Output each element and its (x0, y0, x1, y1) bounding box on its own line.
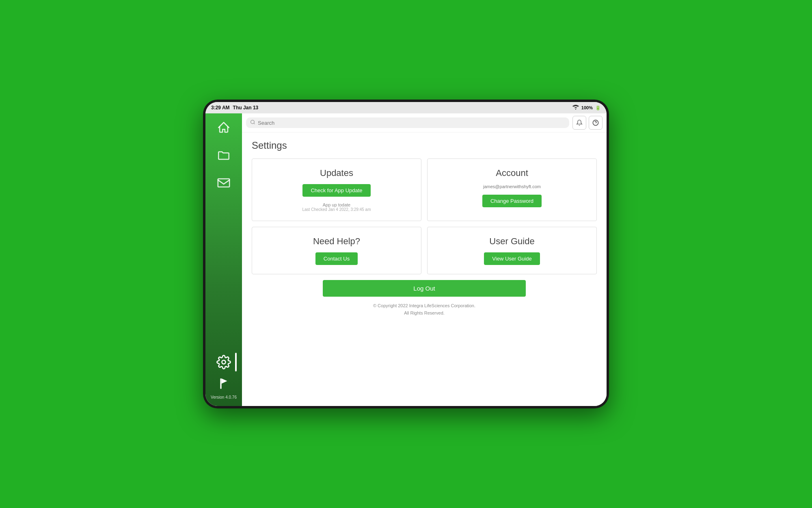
help-button[interactable] (589, 116, 603, 130)
app-body: Version 4.0.76 (205, 113, 607, 406)
sidebar-item-folder[interactable] (214, 145, 234, 165)
sidebar-bottom: Version 4.0.76 (211, 352, 237, 402)
search-icon (250, 119, 255, 126)
change-password-button[interactable]: Change Password (482, 195, 542, 207)
sidebar-nav (214, 117, 234, 352)
user-guide-title: User Guide (489, 236, 534, 247)
top-bar-actions (572, 116, 603, 130)
help-title: Need Help? (313, 236, 360, 247)
search-input[interactable] (258, 120, 565, 126)
updates-card: Updates Check for App Update App up toda… (252, 158, 421, 221)
copyright-line2: All Rights Reserved. (252, 310, 597, 317)
status-bar-left: 3:29 AM Thu Jan 13 (211, 105, 258, 111)
svg-point-4 (251, 120, 255, 124)
logout-button[interactable]: Log Out (323, 280, 526, 297)
search-bar[interactable] (246, 117, 569, 128)
account-title: Account (496, 168, 528, 178)
page-content: Settings Updates Check for App Update Ap… (242, 132, 607, 406)
sidebar-item-mail[interactable] (214, 173, 234, 193)
sidebar-item-home[interactable] (214, 117, 234, 138)
copyright: © Copyright 2022 Integra LifeSciences Co… (252, 302, 597, 317)
update-status: App up todate Last Checked Jan 4 2022, 3… (302, 202, 371, 212)
status-bar: 3:29 AM Thu Jan 13 100% 🔋 (205, 102, 607, 113)
main-content: Settings Updates Check for App Update Ap… (242, 113, 607, 406)
check-update-button[interactable]: Check for App Update (302, 184, 370, 197)
sidebar-item-settings-wrapper (214, 352, 234, 372)
page-title: Settings (252, 140, 597, 151)
notification-button[interactable] (572, 116, 586, 130)
account-email: james@partnerwithshyft.com (483, 184, 541, 189)
update-status-main: App up todate (302, 202, 371, 207)
sidebar: Version 4.0.76 (205, 113, 242, 406)
svg-line-5 (254, 123, 255, 124)
sidebar-item-pointer[interactable] (214, 376, 234, 392)
svg-point-1 (222, 360, 226, 364)
date: Thu Jan 13 (233, 105, 259, 111)
status-bar-right: 100% 🔋 (572, 105, 601, 111)
contact-us-button[interactable]: Contact Us (315, 252, 358, 265)
battery-level: 100% (581, 105, 593, 110)
svg-rect-2 (220, 378, 221, 389)
svg-rect-0 (218, 179, 229, 187)
battery-icon: 🔋 (595, 105, 601, 111)
copyright-line1: © Copyright 2022 Integra LifeSciences Co… (252, 302, 597, 310)
wifi-icon (572, 105, 579, 111)
ipad-screen: 3:29 AM Thu Jan 13 100% 🔋 (205, 102, 607, 406)
top-bar (242, 113, 607, 132)
help-card: Need Help? Contact Us (252, 227, 421, 274)
time: 3:29 AM (211, 105, 230, 111)
settings-grid: Updates Check for App Update App up toda… (252, 158, 597, 274)
active-indicator (235, 353, 237, 371)
updates-title: Updates (320, 168, 353, 178)
ipad-frame: 3:29 AM Thu Jan 13 100% 🔋 (203, 100, 609, 408)
svg-marker-3 (222, 378, 227, 384)
update-status-sub: Last Checked Jan 4 2022, 3:29:45 am (302, 207, 371, 212)
view-user-guide-button[interactable]: View User Guide (484, 252, 540, 265)
version-label: Version 4.0.76 (211, 395, 237, 399)
sidebar-item-settings[interactable] (214, 352, 234, 372)
user-guide-card: User Guide View User Guide (427, 227, 597, 274)
account-card: Account james@partnerwithshyft.com Chang… (427, 158, 597, 221)
